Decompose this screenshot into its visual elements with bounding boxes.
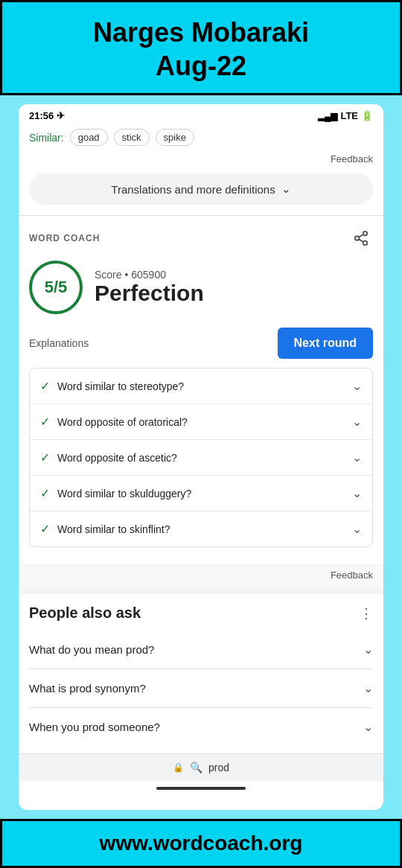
- svg-line-4: [359, 234, 363, 237]
- question-text: Word opposite of ascetic?: [57, 452, 346, 464]
- questions-list: ✓ Word similar to stereotype? ⌄ ✓ Word o…: [29, 368, 373, 547]
- chevron-down-icon: ⌄: [363, 681, 373, 695]
- question-text: Word opposite of oratorical?: [57, 416, 346, 428]
- faq-text: What do you mean prod?: [29, 643, 357, 656]
- faq-item[interactable]: What do you mean prod? ⌄: [29, 631, 373, 669]
- status-bar: 21:56 ✈ ▂▄▆ LTE 🔋: [19, 104, 383, 124]
- similar-row: Similar: goad stick spike: [19, 124, 383, 152]
- question-item[interactable]: ✓ Word similar to stereotype? ⌄: [30, 368, 372, 404]
- people-ask-header: People also ask ⋮: [29, 604, 373, 622]
- chevron-down-icon: ⌄: [352, 415, 362, 429]
- question-text: Word similar to skulduggery?: [57, 488, 346, 500]
- word-coach-header: WORD COACH: [29, 226, 373, 250]
- explanations-label: Explanations: [29, 337, 89, 349]
- lock-icon: 🔒: [173, 762, 184, 773]
- chip-stick[interactable]: stick: [114, 129, 150, 146]
- question-text: Word similar to skinflint?: [57, 523, 346, 535]
- people-ask-section: People also ask ⋮ What do you mean prod?…: [19, 588, 383, 753]
- score-subtitle: Score • 605900: [95, 269, 204, 281]
- score-info: Score • 605900 Perfection: [95, 269, 204, 306]
- time: 21:56: [29, 110, 54, 121]
- faq-text: What is prod synonym?: [29, 682, 357, 695]
- chevron-down-icon: ⌄: [352, 450, 362, 465]
- location-icon: ✈: [57, 110, 65, 121]
- lte-label: LTE: [340, 110, 358, 121]
- check-icon: ✓: [40, 522, 50, 536]
- home-bar: [156, 787, 246, 790]
- question-item[interactable]: ✓ Word opposite of oratorical? ⌄: [30, 404, 372, 440]
- chevron-down-icon: ⌄: [352, 486, 362, 500]
- check-icon: ✓: [40, 450, 50, 465]
- question-text: Word similar to stereotype?: [57, 380, 346, 392]
- circle-score: 5/5: [29, 261, 83, 314]
- word-coach-section: WORD COACH 5/5 Score • 605900 Perfection: [19, 215, 383, 564]
- check-icon: ✓: [40, 486, 50, 500]
- feedback-row2: Feedback: [19, 564, 383, 588]
- faq-item[interactable]: What is prod synonym? ⌄: [29, 669, 373, 708]
- home-indicator: [19, 781, 383, 796]
- next-round-button[interactable]: Next round: [278, 328, 373, 359]
- score-row: 5/5 Score • 605900 Perfection: [29, 261, 373, 314]
- chevron-down-icon: ⌄: [363, 720, 373, 734]
- signal-icon: ▂▄▆: [318, 111, 338, 121]
- translations-button[interactable]: Translations and more definitions ⌄: [29, 173, 373, 205]
- question-item[interactable]: ✓ Word similar to skulduggery? ⌄: [30, 476, 372, 511]
- explanations-row: Explanations Next round: [29, 328, 373, 359]
- chevron-down-icon: ⌄: [281, 182, 291, 196]
- feedback2-label: Feedback: [331, 569, 373, 581]
- bottom-search-bar[interactable]: 🔒 🔍 prod: [19, 753, 383, 781]
- word-coach-label: WORD COACH: [29, 233, 100, 243]
- top-banner: Narges Mobaraki Aug-22: [0, 0, 402, 95]
- feedback-label: Feedback: [331, 153, 373, 165]
- svg-line-3: [359, 239, 363, 242]
- chevron-down-icon: ⌄: [363, 642, 373, 657]
- check-icon: ✓: [40, 379, 50, 393]
- faq-text: When you prod someone?: [29, 721, 357, 733]
- chip-goad[interactable]: goad: [70, 129, 108, 146]
- search-query: prod: [208, 762, 229, 773]
- search-icon: 🔍: [190, 762, 202, 773]
- feedback-row: Feedback: [19, 152, 383, 170]
- similar-label: Similar:: [29, 132, 64, 144]
- bottom-banner: www.wordcoach.org: [0, 819, 402, 868]
- more-options-icon[interactable]: ⋮: [360, 605, 373, 622]
- chevron-down-icon: ⌄: [352, 379, 362, 393]
- top-banner-title: Narges Mobaraki Aug-22: [17, 16, 385, 83]
- score-title: Perfection: [95, 281, 204, 306]
- question-item[interactable]: ✓ Word similar to skinflint? ⌄: [30, 511, 372, 546]
- check-icon: ✓: [40, 415, 50, 429]
- battery-icon: 🔋: [361, 110, 373, 121]
- faq-item[interactable]: When you prod someone? ⌄: [29, 708, 373, 746]
- phone-frame: 21:56 ✈ ▂▄▆ LTE 🔋 Similar: goad stick sp…: [19, 104, 383, 810]
- chip-spike[interactable]: spike: [156, 129, 194, 146]
- bottom-banner-text: www.wordcoach.org: [100, 832, 303, 855]
- chevron-down-icon: ⌄: [352, 522, 362, 536]
- share-button[interactable]: [349, 226, 373, 250]
- question-item[interactable]: ✓ Word opposite of ascetic? ⌄: [30, 440, 372, 476]
- translations-label: Translations and more definitions: [111, 183, 275, 196]
- people-ask-title: People also ask: [29, 604, 141, 622]
